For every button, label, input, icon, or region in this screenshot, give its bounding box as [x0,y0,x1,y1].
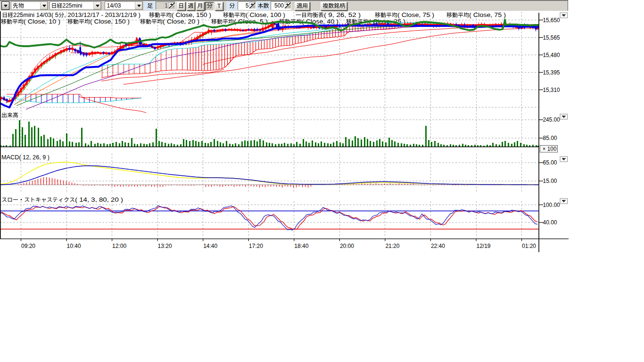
svg-text:12/19: 12/19 [477,243,491,249]
svg-text:15,480: 15,480 [543,52,560,58]
svg-text:65.00: 65.00 [543,159,557,166]
svg-text:21:20: 21:20 [385,243,399,249]
svg-text:09:20: 09:20 [21,243,35,249]
svg-text:12:00: 12:00 [112,243,126,249]
svg-text:18:40: 18:40 [294,243,308,249]
svg-text:20:00: 20:00 [340,243,354,249]
svg-text:17:20: 17:20 [249,243,263,249]
svg-text:245.00: 245.00 [543,116,560,123]
svg-text:, 2013/12/17 - 2013/12/19 ): , 2013/12/17 - 2013/12/19 ) [64,12,140,18]
svg-text:( Close, 75 ): ( Close, 75 ) [469,12,506,18]
svg-text:15,565: 15,565 [543,34,560,41]
svg-text:14:40: 14:40 [203,243,217,249]
svg-text:15,310: 15,310 [543,87,560,93]
svg-text:13:20: 13:20 [158,243,172,249]
svg-text:15.00: 15.00 [543,178,557,184]
svg-text:( Close, 10 ): ( Close, 10 ) [24,18,60,25]
svg-text:10:40: 10:40 [67,243,81,249]
svg-text:15,395: 15,395 [543,69,560,76]
svg-text:225mini 14/03( 5: 225mini 14/03( 5 [13,12,58,18]
svg-text:( 14, 3, 80, 20 ): ( 14, 3, 80, 20 ) [75,197,123,203]
svg-text:( Close, 75 ): ( Close, 75 ) [397,12,434,18]
svg-text:22:40: 22:40 [431,243,445,249]
svg-text:85.00: 85.00 [543,135,557,141]
svg-text:( Close, 20 ): ( Close, 20 ) [163,18,199,25]
svg-text:15,650: 15,650 [543,17,560,24]
svg-text:( 9, 26, 52 ): ( 9, 26, 52 ) [324,12,361,18]
svg-text:( Close, 150 ): ( Close, 150 ) [172,12,211,18]
svg-text:( Close, 100 ): ( Close, 100 ) [246,12,285,18]
svg-text:100.00: 100.00 [543,202,560,208]
svg-text:MACD( 12, 26, 9 ): MACD( 12, 26, 9 ) [1,154,50,161]
svg-text:× 100: × 100 [543,146,557,152]
svg-text:40.00: 40.00 [543,219,557,226]
svg-text:01:20: 01:20 [522,243,536,249]
svg-text:( Close, 150 ): ( Close, 150 ) [90,18,130,25]
svg-text:225mini: 225mini [63,2,83,9]
